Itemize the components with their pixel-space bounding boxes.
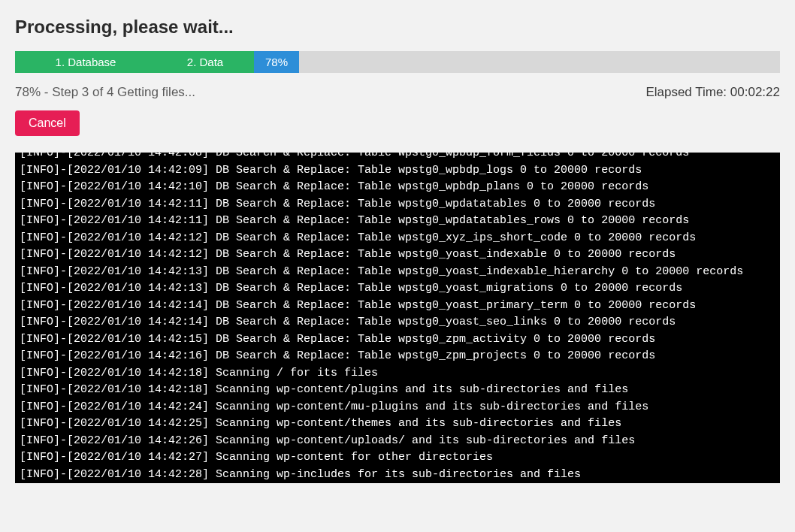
status-row: 78% - Step 3 of 4 Getting files... Elaps… bbox=[15, 85, 780, 100]
processing-panel: Processing, please wait... 1. Database 2… bbox=[0, 0, 795, 498]
progress-segment-data: 2. Data bbox=[156, 51, 254, 73]
status-step-text: 78% - Step 3 of 4 Getting files... bbox=[15, 85, 195, 100]
status-elapsed-time: Elapsed Time: 00:02:22 bbox=[645, 85, 780, 100]
cancel-button[interactable]: Cancel bbox=[15, 110, 80, 136]
progress-segment-percent: 78% bbox=[254, 51, 299, 73]
log-console-wrap: [INFO]-[2022/01/10 14:42:08] DB Search &… bbox=[15, 153, 780, 483]
progress-segment-database: 1. Database bbox=[15, 51, 156, 73]
log-console[interactable]: [INFO]-[2022/01/10 14:42:08] DB Search &… bbox=[15, 153, 780, 483]
progress-bar: 1. Database 2. Data 78% bbox=[15, 51, 780, 73]
page-title: Processing, please wait... bbox=[15, 17, 780, 38]
